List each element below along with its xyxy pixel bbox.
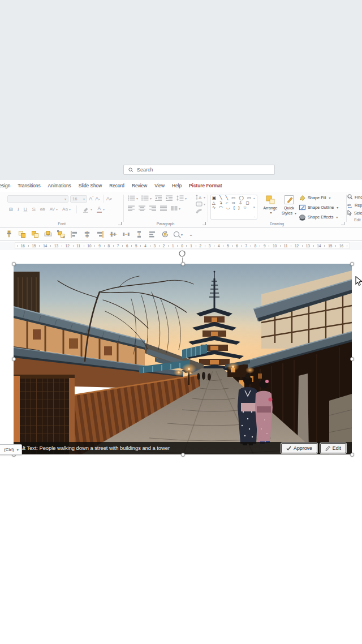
- numbered-list-icon: [141, 195, 149, 201]
- shapes-gallery[interactable]: ▣ ╲ ╲ ▭ ◯ ▭△ ↴ ⌐ ⇨ ⇩ ◻∿ ◠ ◡ { } ☆ ▴▾⌄: [210, 195, 257, 220]
- paragraph-dialog-launcher[interactable]: [202, 222, 206, 225]
- underline-button[interactable]: U: [24, 207, 28, 212]
- tab-review[interactable]: Review: [128, 183, 150, 188]
- edit-button[interactable]: Edit: [320, 443, 346, 453]
- bullets-button[interactable]: ▾: [128, 195, 138, 201]
- ruler-tick: [269, 245, 269, 247]
- shape-gallery-row-2[interactable]: ∿ ◠ ◡ { } ☆: [212, 205, 252, 211]
- decrease-indent-button[interactable]: [155, 195, 162, 201]
- justify-button[interactable]: [160, 205, 167, 211]
- font-group-row2: B I U S ab AV▾ Aa▾ ▾ A▾: [9, 205, 105, 213]
- send-backward-button[interactable]: [30, 230, 40, 239]
- list-pane-icon: [148, 230, 156, 238]
- align-objects-center-button[interactable]: [82, 230, 92, 239]
- select-button[interactable]: Sele: [347, 210, 362, 216]
- font-dialog-launcher[interactable]: [118, 222, 122, 225]
- search-box[interactable]: Search: [123, 165, 275, 175]
- increase-indent-button[interactable]: [166, 195, 173, 201]
- more-commands-button[interactable]: ▾: [173, 230, 183, 239]
- tab-animations[interactable]: Animations: [44, 183, 75, 188]
- selection-handle-bottom-right[interactable]: [350, 453, 354, 457]
- align-objects-right-button[interactable]: [95, 230, 105, 239]
- ruler-scale: 1615141312111098765432101234567891011121…: [15, 242, 350, 249]
- distribute-horizontally-button[interactable]: [121, 230, 131, 239]
- ruler-tick: [251, 245, 251, 247]
- paragraph-group-row1: ▾ ▾ ▾: [128, 195, 187, 201]
- selection-handle-top-right[interactable]: [350, 262, 354, 266]
- align-center-button[interactable]: [139, 205, 146, 211]
- ruler-tick: [291, 245, 291, 247]
- clear-formatting-button[interactable]: A⌀: [106, 196, 112, 201]
- ruler-number: 13: [54, 244, 58, 248]
- format-painter-button[interactable]: [4, 230, 14, 239]
- ruler-number: 11: [76, 244, 80, 248]
- italic-button[interactable]: I: [18, 207, 19, 212]
- align-text-button[interactable]: ▾: [196, 201, 205, 207]
- tab-slide-show[interactable]: Slide Show: [75, 183, 106, 188]
- grow-font-button[interactable]: Aˆ: [89, 196, 93, 201]
- tab-view[interactable]: View: [151, 183, 169, 188]
- shapes-gallery-scroll[interactable]: ▴▾⌄: [253, 196, 256, 218]
- bring-to-front-button[interactable]: [43, 230, 53, 239]
- change-case-button[interactable]: Aa▾: [62, 207, 71, 212]
- bold-button[interactable]: B: [9, 207, 13, 212]
- distribute-vertically-button[interactable]: [134, 230, 144, 239]
- shrink-font-button[interactable]: Aˇ: [95, 196, 100, 201]
- paragraph-group-column: A▾ ▾: [196, 195, 205, 213]
- strikethrough-button[interactable]: ab: [40, 207, 45, 212]
- rotate-handle[interactable]: [178, 250, 186, 257]
- replace-button[interactable]: ab Rep: [347, 202, 362, 208]
- tab-picture-format[interactable]: Picture Format: [186, 183, 226, 188]
- tab-transitions[interactable]: Transitions: [14, 183, 44, 188]
- ruler-number: 14: [43, 244, 47, 248]
- font-name-combo[interactable]: ▾: [7, 195, 68, 203]
- selected-picture[interactable]: Alt Text: People walking down a street w…: [14, 264, 352, 454]
- convert-to-smartart-button[interactable]: [196, 208, 205, 213]
- shadow-button[interactable]: S: [32, 207, 35, 212]
- numbering-button[interactable]: ▾: [141, 195, 152, 201]
- distribute-vertically-icon: [135, 230, 143, 238]
- rotate-objects-button[interactable]: [160, 230, 170, 239]
- quick-styles-button[interactable]: Quick Styles ▾: [281, 195, 298, 215]
- selection-handle-middle-right[interactable]: [350, 357, 354, 361]
- align-objects-left-button[interactable]: [69, 230, 79, 239]
- selection-handle-middle-left[interactable]: [12, 357, 16, 361]
- slide-canvas[interactable]: Alt Text: People walking down a street w…: [0, 250, 362, 644]
- character-spacing-button[interactable]: AV▾: [50, 207, 58, 212]
- arrange-button[interactable]: Arrange ▾: [261, 195, 279, 214]
- group-objects-button[interactable]: [56, 230, 66, 239]
- approve-button[interactable]: Approve: [281, 443, 317, 453]
- text-highlight-button[interactable]: ▾: [83, 207, 92, 213]
- font-group-label: Font: [0, 222, 123, 226]
- tab-design[interactable]: Design: [0, 183, 14, 188]
- bring-forward-button[interactable]: [17, 230, 27, 239]
- ruler-number: 6: [126, 244, 128, 248]
- tab-help[interactable]: Help: [168, 183, 185, 188]
- shape-fill-button[interactable]: Shape Fill▾: [299, 193, 338, 203]
- paste-options-button[interactable]: (Ctrl)▾: [0, 444, 22, 455]
- shape-glyphs: ▣ ╲ ╲ ▭ ◯ ▭△ ↴ ⌐ ⇨ ⇩ ◻∿ ◠ ◡ { } ☆: [212, 196, 252, 218]
- ruler-number: 5: [135, 244, 137, 248]
- text-direction-button[interactable]: A▾: [196, 195, 205, 200]
- drawing-dialog-launcher[interactable]: [341, 222, 344, 225]
- line-spacing-button[interactable]: ▾: [176, 195, 187, 201]
- align-right-button[interactable]: [149, 205, 157, 211]
- font-size-combo[interactable]: 16▾: [70, 195, 87, 203]
- selection-handle-bottom-center[interactable]: [181, 453, 185, 457]
- toolbar-chevron-button[interactable]: ⌄: [186, 230, 196, 239]
- list-pane-button[interactable]: [147, 230, 157, 239]
- columns-button[interactable]: ▾: [171, 205, 180, 211]
- slide-photo[interactable]: [14, 264, 352, 454]
- align-center-icon: [139, 205, 146, 211]
- find-button[interactable]: Find: [347, 194, 362, 200]
- align-left-button[interactable]: [128, 205, 135, 211]
- font-color-button[interactable]: A▾: [97, 206, 105, 213]
- tab-record[interactable]: Record: [106, 183, 128, 188]
- ruler-number: 6: [236, 244, 238, 248]
- ruler-number: 15: [32, 244, 36, 248]
- align-objects-middle-button[interactable]: [108, 230, 118, 239]
- selection-handle-top-center[interactable]: [181, 262, 185, 266]
- ruler-tick: [302, 245, 303, 247]
- shape-outline-button[interactable]: Shape Outline▾: [299, 203, 338, 212]
- selection-handle-top-left[interactable]: [12, 262, 16, 266]
